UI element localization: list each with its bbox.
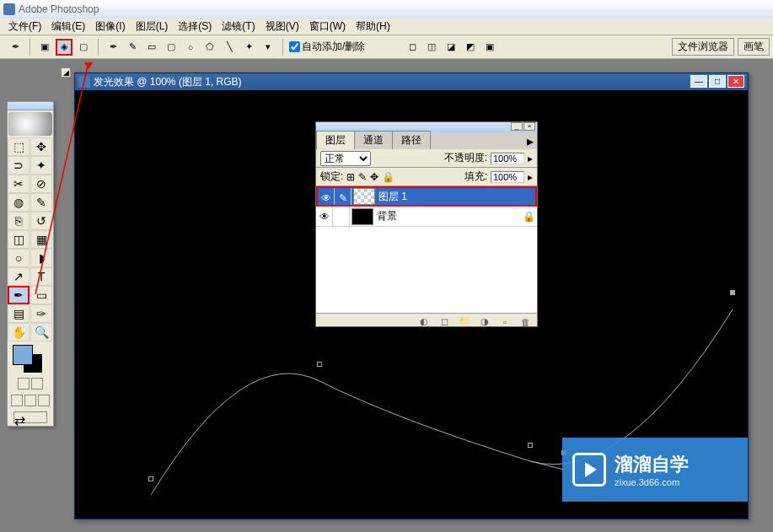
anchor-point[interactable] [317,362,322,367]
tab-paths[interactable]: 路径 [392,131,431,149]
notes-tool[interactable]: ▤ [8,304,30,323]
custom-shape-icon[interactable]: ✦ [240,39,257,56]
shape-options-icon[interactable]: ▾ [260,39,276,56]
combine-exclude-icon[interactable]: ▣ [481,39,498,56]
path-select-tool[interactable]: ↗ [8,267,30,286]
layer-row-1[interactable]: 👁 ✎ 图层 1 [316,186,537,207]
foreground-color[interactable] [13,345,33,365]
panel-minimize-icon[interactable]: _ [511,122,523,131]
quickmask-mode-icon[interactable] [31,378,43,390]
lock-position-icon[interactable]: ✥ [370,171,378,183]
ellipse-icon[interactable]: ○ [182,39,199,56]
brushes-button[interactable]: 画笔 [738,38,770,56]
fill-pixels-icon[interactable]: ▢ [75,39,92,56]
anchor-point[interactable] [730,290,735,295]
layer-mask-icon[interactable]: ◻ [437,316,451,328]
layer-thumbnail[interactable] [353,188,375,205]
slice-tool[interactable]: ⊘ [30,175,52,193]
panel-menu-icon[interactable]: ▸ [523,133,537,149]
opacity-arrow-icon[interactable]: ▸ [528,153,533,164]
tab-channels[interactable]: 通道 [354,131,393,149]
lock-image-icon[interactable]: ✎ [358,171,367,183]
combine-subtract-icon[interactable]: ◪ [443,39,459,56]
menu-help[interactable]: 帮助(H) [351,19,395,34]
toolbox-drag-handle[interactable] [8,102,53,110]
dodge-tool[interactable]: ◗ [30,249,52,267]
adjustment-layer-icon[interactable]: ◑ [478,316,491,328]
minimize-button[interactable]: — [690,75,707,88]
brush-tool[interactable]: ✎ [30,193,52,212]
screen-standard-icon[interactable] [11,395,23,406]
ruler-origin[interactable]: ◢ [61,67,71,78]
fill-arrow-icon[interactable]: ▸ [528,171,533,183]
screen-full-icon[interactable] [38,395,50,406]
fill-input[interactable] [491,171,524,183]
history-brush-tool[interactable]: ↺ [30,212,52,230]
eyedrop-tool[interactable]: ✑ [30,304,52,323]
menu-view[interactable]: 视图(V) [260,19,304,34]
pen-tool-icon[interactable]: ✒ [7,39,24,56]
new-layer-icon[interactable]: ▫ [498,316,512,328]
visibility-icon[interactable]: 👁 [318,188,335,205]
combine-intersect-icon[interactable]: ◩ [462,39,479,56]
polygon-icon[interactable]: ⬠ [201,39,218,56]
layer-name[interactable]: 图层 1 [377,190,535,204]
maximize-button[interactable]: □ [709,75,726,88]
lock-all-icon[interactable]: 🔒 [382,171,395,183]
eraser-tool[interactable]: ◫ [8,230,30,249]
menu-edit[interactable]: 编辑(E) [46,19,90,34]
move-tool[interactable]: ✥ [30,137,52,156]
menu-select[interactable]: 选择(S) [173,19,217,34]
close-button[interactable]: ✕ [727,75,744,88]
file-browser-button[interactable]: 文件浏览器 [672,38,734,56]
shape-layers-icon[interactable]: ▣ [36,39,53,56]
auto-add-delete-checkbox[interactable] [289,41,300,52]
blur-tool[interactable]: ○ [8,249,30,267]
layer-name[interactable]: 背景 [375,209,520,223]
new-set-icon[interactable]: 📁 [458,316,471,328]
lock-transparent-icon[interactable]: ⊞ [346,171,355,183]
line-icon[interactable]: ╲ [221,39,238,56]
menu-file[interactable]: 文件(F) [3,19,46,34]
menu-image[interactable]: 图像(I) [90,19,130,34]
active-brush-icon[interactable]: ✎ [335,188,352,205]
panel-close-icon[interactable]: × [523,122,535,131]
screen-full-menu-icon[interactable] [24,395,36,406]
tab-layers[interactable]: 图层 [316,131,355,150]
zoom-tool[interactable]: 🔍 [30,323,52,341]
rect-icon[interactable]: ▭ [143,39,160,56]
menu-window[interactable]: 窗口(W) [304,19,351,34]
menu-layer[interactable]: 图层(L) [131,19,174,34]
marquee-tool[interactable]: ⬚ [8,137,30,156]
type-tool[interactable]: T [30,267,52,286]
combine-add-icon[interactable]: ◫ [423,39,440,56]
anchor-point[interactable] [148,476,153,481]
pen-tool[interactable]: ✒ [8,286,30,304]
blend-mode-select[interactable]: 正常 [320,151,371,166]
paths-mode-icon[interactable]: ◈ [56,39,72,56]
wand-tool[interactable]: ✦ [30,156,52,175]
jump-to-imageready-icon[interactable]: ⇄ [13,411,47,423]
link-icon[interactable] [333,207,350,226]
roundrect-icon[interactable]: ▢ [163,39,180,56]
hand-tool[interactable]: ✋ [8,323,30,341]
delete-layer-icon[interactable]: 🗑 [518,316,532,328]
auto-add-delete[interactable]: 自动添加/删除 [289,40,365,54]
pen-icon[interactable]: ✒ [105,39,121,56]
standard-mode-icon[interactable] [18,378,30,390]
shape-tool[interactable]: ▭ [30,286,52,304]
heal-tool[interactable]: ◍ [8,193,30,212]
combine-new-icon[interactable]: ◻ [404,39,421,56]
freeform-pen-icon[interactable]: ✎ [124,39,141,56]
opacity-input[interactable] [491,153,524,164]
anchor-point[interactable] [528,443,533,448]
stamp-tool[interactable]: ⎘ [8,212,30,230]
layer-style-icon[interactable]: ◐ [417,316,431,328]
layer-row-bg[interactable]: 👁 背景 🔒 [316,207,537,227]
menu-filter[interactable]: 滤镜(T) [217,19,260,34]
layer-thumbnail[interactable] [352,208,373,225]
document-titlebar[interactable]: 发光效果 @ 100% (图层 1, RGB) — □ ✕ [75,73,748,90]
visibility-icon[interactable]: 👁 [316,207,333,226]
crop-tool[interactable]: ✂ [8,175,30,193]
gradient-tool[interactable]: ▦ [30,230,52,249]
